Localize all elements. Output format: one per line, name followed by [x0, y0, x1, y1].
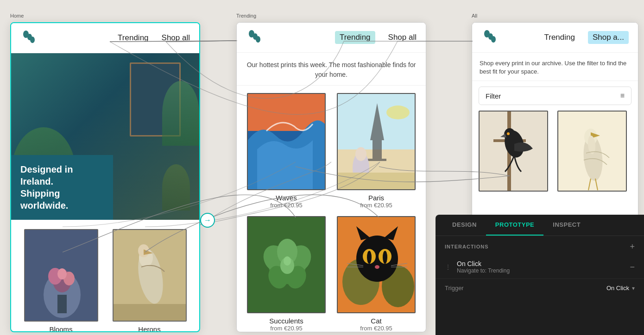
- trending-logo: [246, 29, 263, 46]
- all-product-bird[interactable]: [479, 111, 553, 192]
- home-hero: Designed in Ireland. Shipping worldwide.: [11, 53, 199, 220]
- svg-point-10: [57, 268, 67, 279]
- svg-point-58: [491, 36, 496, 43]
- interaction-subtitle: Navigate to: Trending: [457, 267, 624, 274]
- svg-point-48: [383, 251, 387, 264]
- svg-point-63: [504, 128, 515, 141]
- product-img-herons: [113, 229, 187, 322]
- home-logo: [20, 30, 37, 46]
- interactions-header: INTERACTIONS +: [436, 236, 644, 255]
- panel-tabs: DESIGN PROTOTYPE INSPECT: [436, 215, 644, 236]
- svg-rect-13: [114, 304, 187, 322]
- svg-rect-27: [368, 159, 386, 161]
- drag-handle[interactable]: ⋮: [445, 263, 451, 271]
- trending-card-succulents[interactable]: Succulents from €20.95: [244, 216, 328, 332]
- svg-rect-26: [373, 140, 382, 159]
- home-nav-trending[interactable]: Trending: [118, 33, 148, 43]
- trending-img-waves: [247, 93, 326, 190]
- svg-point-4: [30, 37, 35, 43]
- all-img-heron2: [557, 111, 627, 192]
- trending-products: Waves from €20.95: [237, 86, 426, 332]
- canvas: Home Trending Shop all Designe: [0, 0, 644, 335]
- svg-point-31: [386, 105, 410, 119]
- add-interaction-button[interactable]: +: [630, 242, 635, 251]
- all-frame-label: All: [472, 13, 477, 19]
- trigger-value-container[interactable]: On Click ▾: [606, 285, 635, 292]
- trending-name-succulents: Succulents: [269, 317, 303, 325]
- trending-nav-trending[interactable]: Trending: [335, 31, 375, 44]
- svg-point-29: [355, 147, 366, 161]
- home-nav: Trending Shop all: [11, 23, 199, 53]
- trending-nav-shopall[interactable]: Shop all: [388, 33, 417, 42]
- trending-frame-label: Trending: [236, 13, 256, 19]
- svg-rect-30: [338, 173, 416, 190]
- all-nav: Trending Shop a...: [472, 23, 638, 53]
- hero-overlay: Designed in Ireland. Shipping worldwide.: [11, 155, 113, 220]
- home-nav-shopall[interactable]: Shop all: [162, 33, 190, 43]
- product-card-herons[interactable]: Herons from €20.95: [109, 229, 190, 332]
- trending-price-waves: from €20.95: [270, 202, 302, 209]
- tab-inspect[interactable]: INSPECT: [543, 215, 590, 236]
- svg-point-47: [367, 251, 372, 264]
- trending-card-paris[interactable]: Paris from €20.95: [334, 93, 418, 209]
- trending-card-cat[interactable]: Cat from €20.95: [334, 216, 418, 332]
- tab-prototype[interactable]: PROTOTYPE: [486, 215, 543, 236]
- interaction-title: On Click: [457, 260, 624, 267]
- trending-name-cat: Cat: [371, 317, 381, 325]
- trending-row-1: Waves from €20.95: [244, 93, 418, 209]
- product-name-herons: Herons: [138, 325, 160, 332]
- all-img-bird: [479, 111, 548, 192]
- product-name-blooms: Blooms: [49, 325, 72, 332]
- svg-rect-11: [57, 295, 67, 313]
- trigger-value-text: On Click: [606, 285, 629, 292]
- trending-description: Our hottest prints this week. The most f…: [237, 53, 426, 86]
- trending-img-cat: [337, 216, 416, 313]
- product-card-blooms[interactable]: Blooms from €20.95: [20, 229, 101, 332]
- hero-text: Designed in Ireland. Shipping worldwide.: [20, 163, 104, 211]
- trending-name-paris: Paris: [368, 194, 384, 202]
- trending-img-paris: [337, 93, 416, 190]
- filter-icon: ≡: [620, 92, 625, 100]
- prototype-panel: DESIGN PROTOTYPE INSPECT INTERACTIONS + …: [436, 215, 644, 335]
- svg-point-20: [256, 36, 260, 43]
- trigger-row: Trigger On Click ▾: [436, 279, 644, 297]
- trending-row-2: Succulents from €20.95: [244, 216, 418, 332]
- all-product-floral[interactable]: [557, 111, 631, 192]
- filter-label: Filter: [486, 92, 501, 100]
- home-frame-label: Home: [10, 13, 24, 19]
- svg-point-40: [284, 256, 291, 266]
- trending-price-paris: from €20.95: [360, 202, 392, 209]
- trending-nav: Trending Shop all: [237, 23, 426, 53]
- trending-frame: Trending Shop all Our hottest prints thi…: [236, 22, 426, 332]
- trigger-chevron-icon: ▾: [632, 285, 635, 292]
- product-img-blooms: [24, 229, 98, 322]
- trending-price-cat: from €20.95: [360, 325, 392, 332]
- interaction-row: ⋮ On Click Navigate to: Trending −: [436, 255, 644, 279]
- all-products-grid: [472, 111, 638, 192]
- home-frame: Trending Shop all Designed in Ireland. S…: [10, 22, 200, 332]
- trigger-label: Trigger: [445, 285, 464, 292]
- all-description: Shop every print in our archive. Use the…: [472, 53, 638, 81]
- all-logo: [481, 29, 498, 46]
- trending-name-waves: Waves: [276, 194, 297, 202]
- interaction-info: On Click Navigate to: Trending: [457, 260, 624, 274]
- filter-bar[interactable]: Filter ≡: [479, 87, 631, 105]
- tab-design[interactable]: DESIGN: [443, 215, 486, 236]
- frame-connector-arrow: →: [200, 213, 215, 228]
- svg-point-65: [507, 132, 510, 135]
- trending-img-succulents: [247, 216, 326, 313]
- interactions-title: INTERACTIONS: [445, 244, 489, 249]
- all-nav-shopall[interactable]: Shop a...: [588, 31, 629, 44]
- svg-point-55: [375, 265, 379, 269]
- trending-card-waves[interactable]: Waves from €20.95: [244, 93, 328, 209]
- remove-interaction-button[interactable]: −: [630, 262, 635, 272]
- all-nav-trending[interactable]: Trending: [544, 33, 575, 42]
- home-products-grid: Blooms from €20.95: [11, 220, 199, 332]
- svg-point-44: [356, 236, 398, 282]
- trending-price-succulents: from €20.95: [270, 325, 302, 332]
